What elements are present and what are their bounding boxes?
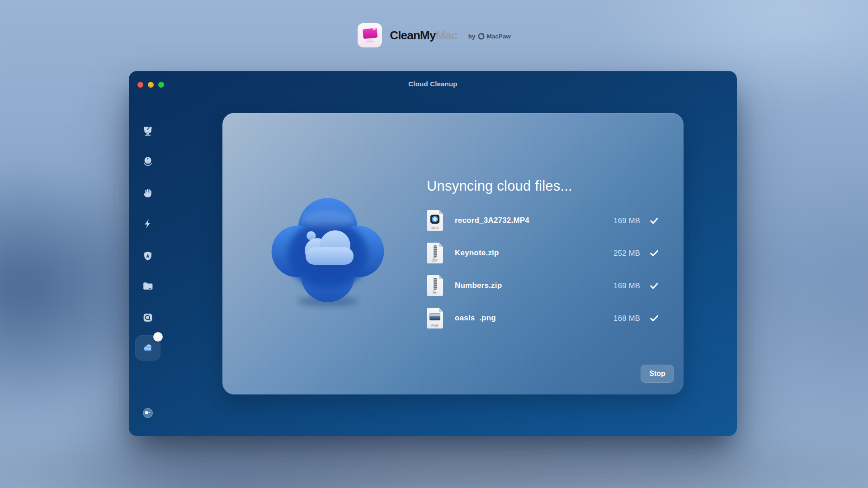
file-glyph (430, 215, 439, 224)
file-glyph (434, 245, 437, 257)
file-row: ZIP Keynote.zip 252 MB (427, 242, 659, 264)
shield-a-icon (142, 250, 154, 263)
sidebar-item-assistant[interactable] (139, 404, 157, 422)
progress-badge (153, 332, 163, 342)
file-row: ZIP Numbers.zip 169 MB (427, 275, 659, 296)
zoom-button[interactable] (158, 82, 164, 88)
window-title: Cloud Cleanup (408, 80, 457, 88)
storage-lens-icon (142, 311, 154, 324)
sidebar-item-my-clutter[interactable] (139, 277, 157, 295)
macpaw-logo-icon (478, 33, 485, 40)
sidebar-item-performance[interactable] (139, 215, 157, 233)
file-glyph (434, 278, 437, 290)
file-row: MP4 record_3A2732.MP4 169 MB (427, 210, 659, 231)
byline-prefix: by (468, 33, 476, 40)
cleanmymac-window: Cloud Cleanup (129, 71, 737, 436)
brand-header: CleanMyMac by MacPaw (0, 22, 868, 49)
page-fold (439, 275, 443, 279)
file-type-label: MP4 (427, 226, 443, 230)
traffic-lights (137, 82, 164, 88)
file-size: 252 MB (613, 249, 640, 258)
cleanmymac-app-icon (357, 23, 382, 48)
file-name: Numbers.zip (455, 281, 502, 290)
check-icon (649, 281, 659, 291)
sidebar-item-applications[interactable] (139, 247, 157, 265)
file-name: Keynote.zip (455, 249, 499, 258)
cloud-cleanup-panel: Unsyncing cloud files... MP4 record_3A27… (222, 113, 684, 394)
lightning-icon (142, 217, 154, 230)
stop-button[interactable]: Stop (641, 365, 674, 383)
folder-icon (142, 280, 154, 292)
file-type-label: ZIP (427, 259, 443, 262)
sidebar-item-privacy[interactable] (139, 184, 157, 202)
file-type-icon: MP4 (427, 210, 443, 231)
file-list: MP4 record_3A2732.MP4 169 MB ZIP Keynot (427, 210, 659, 340)
file-type-icon: ZIP (427, 243, 443, 263)
file-row: PNG oasis_.png 168 MB (427, 307, 659, 329)
window-titlebar[interactable]: Cloud Cleanup (129, 71, 737, 96)
sidebar-item-cloud-cleanup[interactable] (135, 335, 160, 361)
sidebar-item-space-lens[interactable] (139, 309, 157, 327)
page-fold (439, 308, 443, 312)
file-name: record_3A2732.MP4 (455, 216, 529, 225)
minimize-button[interactable] (148, 82, 154, 88)
check-icon (649, 313, 659, 323)
byline-brand: MacPaw (487, 33, 511, 40)
file-type-icon: ZIP (427, 275, 443, 296)
file-size: 169 MB (613, 216, 640, 225)
file-type-label: ZIP (427, 291, 443, 295)
check-icon (649, 216, 659, 225)
brand-name: CleanMyMac (390, 28, 458, 42)
cloud-3d-illustration (262, 191, 393, 310)
file-glyph (429, 313, 440, 320)
sidebar-item-smart-scan[interactable] (139, 122, 157, 140)
monitor-cleanup-icon (142, 125, 154, 137)
scan-ball-icon (142, 155, 154, 168)
file-size: 169 MB (613, 282, 640, 290)
hand-icon (142, 187, 154, 199)
brand-secondary: Mac (436, 28, 458, 42)
sidebar-item-protection[interactable] (139, 152, 157, 170)
file-name: oasis_.png (455, 314, 496, 323)
file-type-icon: PNG (427, 308, 443, 328)
file-type-label: PNG (427, 324, 443, 327)
cloud-icon (141, 341, 155, 355)
close-button[interactable] (137, 82, 143, 88)
brand-primary: CleanMy (390, 28, 435, 42)
file-size: 168 MB (613, 314, 640, 323)
assistant-orb-icon (142, 407, 154, 419)
panel-heading: Unsyncing cloud files... (427, 176, 572, 196)
page-fold (439, 210, 443, 214)
check-icon (649, 248, 659, 258)
page-fold (439, 243, 443, 247)
byline: by MacPaw (468, 33, 511, 40)
